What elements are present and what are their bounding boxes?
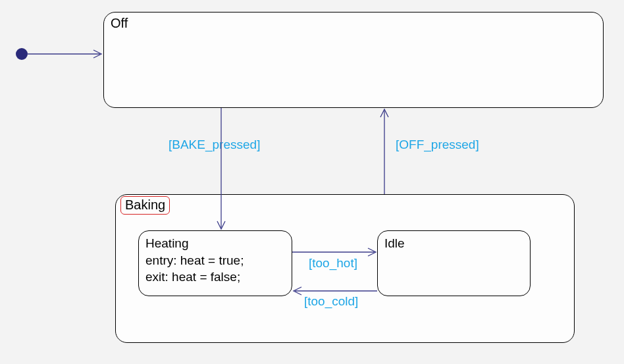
transition-label-too-hot: [too_hot]	[309, 256, 357, 271]
initial-state-dot	[16, 48, 28, 60]
state-diagram-canvas: Off Baking Heating entry: heat = true; e…	[0, 0, 624, 364]
state-heating-exit: exit: heat = false;	[145, 269, 285, 286]
transition-label-bake-pressed: [BAKE_pressed]	[169, 138, 260, 152]
state-off-label: Off	[111, 15, 128, 32]
state-heating-title: Heating	[145, 235, 285, 252]
transition-label-off-pressed: [OFF_pressed]	[396, 138, 479, 152]
state-off[interactable]: Off	[103, 12, 604, 108]
transition-label-too-cold: [too_cold]	[304, 294, 358, 309]
state-baking-label: Baking	[120, 196, 170, 215]
state-heating[interactable]: Heating entry: heat = true; exit: heat =…	[138, 230, 292, 296]
state-idle[interactable]: Idle	[377, 230, 531, 296]
state-idle-title: Idle	[384, 235, 523, 252]
state-heating-entry: entry: heat = true;	[145, 252, 285, 269]
